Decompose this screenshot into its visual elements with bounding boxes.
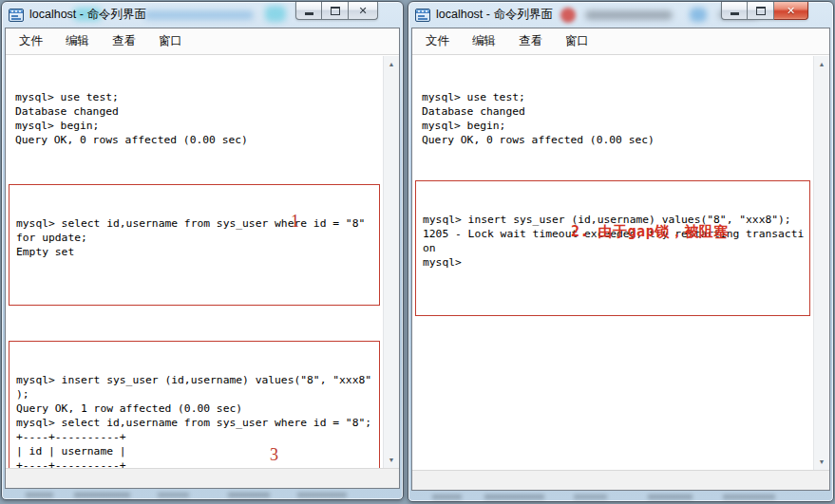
titlebar-left[interactable]: localhost - 命令列界面 ✕ (2, 2, 403, 28)
annotation-number-3: 3 (270, 446, 278, 463)
scroll-down-icon[interactable]: ▼ (384, 457, 399, 463)
terminal-lines: mysql> use test;Database changedmysql> b… (422, 90, 813, 147)
terminal-lines: mysql> use test;Database changedmysql> b… (15, 90, 383, 147)
glass-reflection-artifact (265, 6, 286, 22)
menu-window[interactable]: 窗口 (147, 33, 194, 49)
terminal-window-right: localhost - 命令列界面 ✕ 文件 编辑 查看 窗口 mysql> u… (408, 1, 834, 502)
window-title: localhost - 命令列界面 (436, 7, 553, 23)
menu-edit[interactable]: 编辑 (461, 33, 507, 49)
maximize-icon (331, 7, 340, 15)
glass-reflection-artifact (560, 8, 576, 23)
terminal-content: mysql> use test;Database changedmysql> b… (412, 56, 829, 490)
client-area: 文件 编辑 查看 窗口 mysql> use test;Database cha… (5, 28, 400, 489)
terminal-output[interactable]: mysql> use test;Database changedmysql> b… (412, 56, 813, 470)
minimize-icon (731, 12, 739, 15)
console-window-icon (415, 9, 430, 22)
vertical-scrollbar[interactable]: ▲ ▼ (383, 56, 399, 468)
glass-reflection-artifact (585, 10, 673, 20)
menu-bar: 文件 编辑 查看 窗口 (6, 28, 399, 55)
minimize-button[interactable] (721, 2, 748, 20)
menu-file[interactable]: 文件 (8, 33, 54, 49)
menu-file[interactable]: 文件 (414, 33, 461, 49)
caption-buttons: ✕ (721, 2, 808, 20)
minimize-icon (305, 12, 313, 15)
minimize-button[interactable] (295, 2, 322, 20)
terminal-lines: mysql> insert sys_user (id,username) val… (16, 373, 379, 468)
close-icon: ✕ (358, 6, 367, 16)
scroll-up-icon[interactable]: ▲ (814, 61, 829, 67)
maximize-button[interactable] (748, 2, 774, 20)
terminal-lines: mysql> insert sys_user (id,username) val… (423, 213, 809, 270)
terminal-lines: mysql> select id,username from sys_user … (16, 216, 379, 259)
console-window-icon (9, 9, 24, 22)
annotation-text: 2. 由于gap锁，被阻塞 (571, 225, 729, 239)
caption-buttons: ✕ (295, 2, 378, 20)
menu-window[interactable]: 窗口 (554, 33, 600, 49)
horizontal-scrollbar[interactable] (6, 468, 399, 488)
vertical-scrollbar[interactable]: ▲ ▼ (813, 56, 829, 470)
close-button[interactable]: ✕ (774, 2, 808, 20)
maximize-button[interactable] (322, 2, 349, 20)
glass-reflection-artifact (144, 10, 254, 20)
scroll-down-icon[interactable]: ▼ (814, 458, 829, 465)
terminal-output[interactable]: mysql> use test;Database changedmysql> b… (6, 56, 383, 468)
annotation-box-2: mysql> insert sys_user (id,username) val… (415, 180, 810, 316)
client-area: 文件 编辑 查看 窗口 mysql> use test;Database cha… (411, 28, 830, 491)
annotation-box-3: mysql> insert sys_user (id,username) val… (9, 341, 380, 468)
glass-reflection-artifact (432, 495, 805, 499)
menu-bar: 文件 编辑 查看 窗口 (412, 28, 829, 55)
menu-view[interactable]: 查看 (507, 33, 554, 49)
close-icon: ✕ (787, 6, 795, 16)
glass-reflection-artifact (26, 493, 374, 497)
window-title: localhost - 命令列界面 (29, 7, 146, 23)
maximize-icon (756, 7, 766, 15)
terminal-window-left: localhost - 命令列界面 ✕ 文件 编辑 查看 窗口 mysql> u… (1, 1, 404, 500)
menu-view[interactable]: 查看 (101, 33, 147, 49)
annotation-number-1: 1 (291, 213, 299, 230)
horizontal-scrollbar[interactable] (412, 470, 829, 490)
scroll-up-icon[interactable]: ▲ (384, 61, 399, 67)
annotation-box-1: mysql> select id,username from sys_user … (9, 184, 380, 306)
titlebar-right[interactable]: localhost - 命令列界面 ✕ (408, 2, 833, 28)
menu-edit[interactable]: 编辑 (54, 33, 101, 49)
close-button[interactable]: ✕ (349, 2, 378, 20)
glass-reflection-artifact (690, 8, 707, 22)
terminal-content: mysql> use test;Database changedmysql> b… (6, 56, 399, 488)
